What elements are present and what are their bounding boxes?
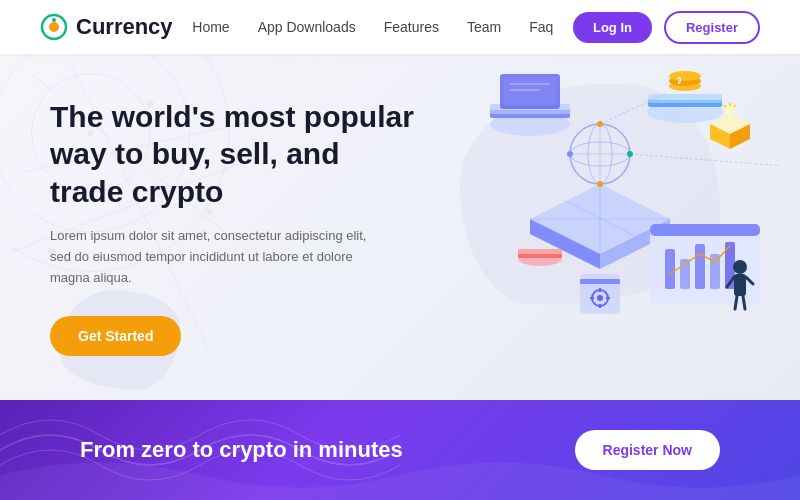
svg-point-65 bbox=[733, 260, 747, 274]
get-started-button[interactable]: Get Started bbox=[50, 316, 181, 356]
svg-line-70 bbox=[743, 296, 745, 309]
logo-icon bbox=[40, 13, 68, 41]
svg-rect-59 bbox=[650, 224, 760, 236]
register-button[interactable]: Register bbox=[664, 11, 760, 44]
svg-point-44 bbox=[597, 181, 603, 187]
svg-line-46 bbox=[630, 154, 780, 169]
hero-illustration: ₿ bbox=[420, 64, 780, 394]
nav-links: Home App Downloads Features Team Faq bbox=[192, 18, 553, 36]
hero-description: Lorem ipsum dolor sit amet, consectetur … bbox=[50, 226, 390, 288]
svg-point-1 bbox=[49, 22, 59, 32]
login-button[interactable]: Log In bbox=[573, 12, 652, 43]
svg-point-28 bbox=[669, 71, 701, 81]
nav-team[interactable]: Team bbox=[467, 19, 501, 35]
crypto-illustration: ₿ bbox=[420, 64, 780, 394]
nav-features[interactable]: Features bbox=[384, 19, 439, 35]
brand-name: Currency bbox=[76, 14, 173, 40]
svg-rect-60 bbox=[665, 249, 675, 289]
svg-rect-25 bbox=[648, 94, 722, 100]
wave-decoration bbox=[0, 400, 400, 500]
register-now-button[interactable]: Register Now bbox=[575, 430, 720, 470]
hero-section: The world's most popular way to buy, sel… bbox=[0, 54, 800, 400]
nav-faq[interactable]: Faq bbox=[529, 19, 553, 35]
svg-rect-49 bbox=[518, 249, 562, 254]
svg-rect-51 bbox=[580, 279, 620, 284]
svg-rect-62 bbox=[695, 244, 705, 289]
svg-point-53 bbox=[597, 295, 603, 301]
svg-rect-66 bbox=[734, 274, 746, 296]
hero-content: The world's most popular way to buy, sel… bbox=[0, 98, 420, 357]
nav-home[interactable]: Home bbox=[192, 19, 229, 35]
nav-app-downloads[interactable]: App Downloads bbox=[258, 19, 356, 35]
logo: Currency bbox=[40, 13, 173, 41]
navbar: Currency Home App Downloads Features Tea… bbox=[0, 0, 800, 54]
svg-point-2 bbox=[52, 18, 56, 22]
svg-line-69 bbox=[735, 296, 737, 309]
hero-title: The world's most popular way to buy, sel… bbox=[50, 98, 420, 211]
nav-actions: Log In Register bbox=[573, 11, 760, 44]
banner-section: From zero to crypto in minutes Register … bbox=[0, 400, 800, 500]
svg-rect-19 bbox=[504, 78, 556, 105]
svg-point-43 bbox=[567, 151, 573, 157]
svg-text:₿: ₿ bbox=[677, 76, 681, 84]
